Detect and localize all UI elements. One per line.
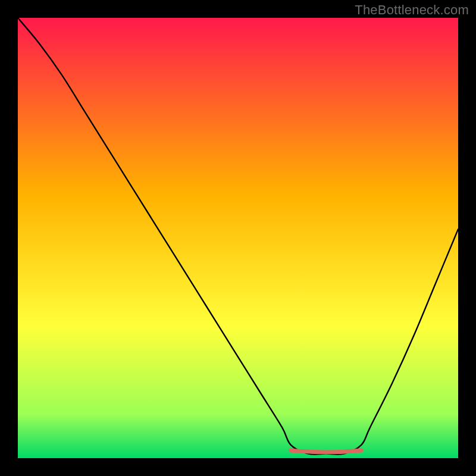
plot-svg: [18, 18, 458, 458]
chart-frame: TheBottleneck.com: [0, 0, 476, 476]
watermark-text: TheBottleneck.com: [355, 2, 469, 18]
valley-accent: [291, 450, 361, 452]
gradient-background: [18, 18, 458, 458]
plot-area: [18, 18, 458, 458]
